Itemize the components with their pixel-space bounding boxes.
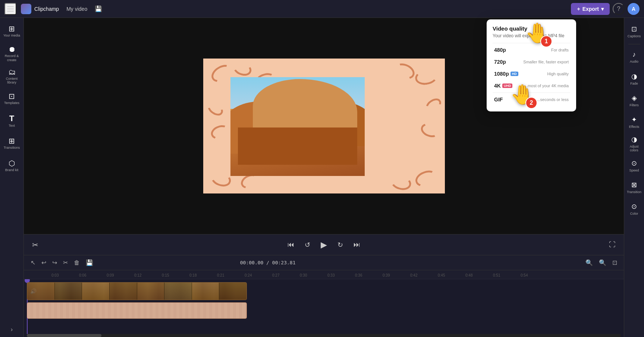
vq-note-480p: For drafts [551,48,569,52]
speed-icon: ⊙ [631,159,637,167]
video-track[interactable]: 🔊 [27,282,247,300]
fullscreen-button[interactable]: ⛶ [607,239,618,251]
ruler-mark-7: 0:21 [217,273,224,277]
sidebar-expand-button[interactable]: › [7,325,16,334]
hamburger-button[interactable] [4,3,16,15]
rs-divider-1 [628,44,640,44]
timeline-redo[interactable]: ↪ [50,258,59,268]
rs-label-transition: Transition [627,190,641,194]
overlay-track[interactable] [27,302,247,319]
ruler-mark-6: 0:18 [189,273,197,277]
ruler-mark-16: 0:48 [465,273,472,277]
ruler-mark-15: 0:45 [438,273,445,277]
svg-rect-1 [7,9,14,9]
sidebar-item-brandkit[interactable]: ⬡ Brand kit [1,155,22,176]
ruler-mark-5: 0:15 [162,273,169,277]
crop-button[interactable]: ✂ [30,238,41,252]
vq-subtitle: Your video will export as an MP4 file [493,33,570,38]
timeline-save[interactable]: 💾 [84,258,95,268]
vq-option-480p[interactable]: 480p For drafts [493,44,570,56]
timeline-zoom: 🔍 🔍 ⊡ [583,258,619,268]
vq-option-720p[interactable]: 720p Smaller file, faster export [493,56,570,68]
scrollbar-thumb[interactable] [27,334,101,337]
rs-item-audio[interactable]: ♪ Audio [625,47,644,67]
sidebar-item-text[interactable]: T Text [1,111,22,132]
timeline-area: ↖ ↩ ↪ ✂ 🗑 💾 00:00.00 / 00:23.81 🔍 🔍 ⊡ 0:… [24,255,624,337]
rewind-button[interactable]: ↺ [302,239,312,251]
forward-button[interactable]: ↻ [335,239,345,251]
topbar: Clipchamp My video 💾 + Export ▾ Video qu… [0,0,644,18]
vq-label-1080p: 1080pHD [494,71,518,77]
ruler-mark-2: 0:06 [79,273,86,277]
sidebar-label-transitions: Transitions [4,146,20,150]
sidebar-item-media[interactable]: ⊞ Your media [1,21,22,42]
avatar-button[interactable]: A [628,3,640,15]
rs-item-transition[interactable]: ⊠ Transition [625,177,644,198]
zoom-in-button[interactable]: 🔍 [597,258,609,268]
vq-option-gif[interactable]: GIF ...seconds or less [493,94,570,105]
brandkit-icon: ⬡ [9,160,15,167]
topbar-right: + Export ▾ Video quality Your video will… [571,3,640,15]
app-name: Clipchamp [34,6,59,12]
right-sidebar: ⊡ Captions ♪ Audio ◑ Fade ◈ Filters ✦ Ef… [624,18,644,337]
sidebar-item-content[interactable]: 🗂 Content library [1,66,22,87]
timeline-cut[interactable]: ✂ [61,258,70,268]
sidebar-label-templates: Templates [4,101,19,105]
ruler-mark-9: 0:27 [272,273,279,277]
vq-note-720p: Smaller file, faster export [523,60,569,64]
rs-label-captions: Captions [628,34,641,38]
sidebar-item-templates[interactable]: ⊡ Templates [1,88,22,109]
sidebar-label-record: Record & create [3,54,21,62]
rs-item-color[interactable]: ⊙ Color [625,198,644,219]
rs-item-speed[interactable]: ⊙ Speed [625,155,644,176]
vq-label-gif: GIF [494,97,503,103]
ruler-mark-8: 0:24 [245,273,252,277]
transitions-icon: ⊞ [9,137,15,145]
ruler-mark-1: 0:03 [51,273,59,277]
rs-item-captions[interactable]: ⊡ Captions [625,21,644,42]
vq-option-4k[interactable]: 4KUHD ...most of your 4K media [493,80,570,92]
logo-icon [21,4,31,14]
timeline-undo[interactable]: ↩ [39,258,48,268]
timeline-select-tool[interactable]: ↖ [28,258,38,268]
export-button[interactable]: + Export ▾ [571,3,610,15]
sidebar-item-record[interactable]: ⏺ Record & create [1,43,22,64]
skip-to-end-button[interactable]: ⏭ [351,239,362,251]
help-button[interactable]: ? [613,3,625,15]
svg-rect-2 [7,11,14,12]
sidebar-label-brandkit: Brand kit [5,168,19,172]
rs-item-effects[interactable]: ✦ Effects [625,111,644,132]
sidebar-label-text: Text [9,124,15,128]
project-name[interactable]: My video [63,4,90,13]
sidebar-label-media: Your media [3,34,20,38]
zoom-fit-button[interactable]: ⊡ [610,258,619,268]
transition-icon: ⊠ [631,181,637,189]
zoom-out-button[interactable]: 🔍 [583,258,595,268]
vq-divider-bottom [493,92,570,93]
vq-title: Video quality [493,25,570,32]
ruler-mark-14: 0:42 [410,273,417,277]
rs-label-adjust: Adjust colors [626,145,642,152]
rs-item-fade[interactable]: ◑ Fade [625,68,644,89]
inner-video [230,77,365,176]
vq-option-1080p[interactable]: 1080pHD High quality [493,68,570,80]
rs-item-adjust[interactable]: ◑ Adjust colors [625,133,644,154]
sidebar-item-transitions[interactable]: ⊞ Transitions [1,133,22,154]
ruler-mark-18: 0:54 [521,273,528,277]
vq-note-gif: ...seconds or less [537,97,569,102]
media-icon: ⊞ [9,25,15,32]
rs-label-fade: Fade [630,82,638,85]
rs-label-color: Color [630,212,638,215]
timeline-toolbar: ↖ ↩ ↪ ✂ 🗑 💾 00:00.00 / 00:23.81 🔍 🔍 ⊡ [24,255,624,270]
timeline-scrollbar[interactable] [27,334,621,337]
play-button[interactable]: ▶ [318,238,329,252]
rs-item-filters[interactable]: ◈ Filters [625,90,644,111]
rs-label-speed: Speed [629,168,639,172]
rs-label-audio: Audio [630,60,638,63]
vq-note-4k: ...most of your 4K media [524,84,569,88]
timeline-time: 00:00.00 / 00:23.81 [240,260,296,265]
hd-badge: HD [511,72,518,76]
timeline-delete[interactable]: 🗑 [72,258,82,268]
templates-icon: ⊡ [9,92,15,100]
skip-to-start-button[interactable]: ⏮ [285,239,296,251]
